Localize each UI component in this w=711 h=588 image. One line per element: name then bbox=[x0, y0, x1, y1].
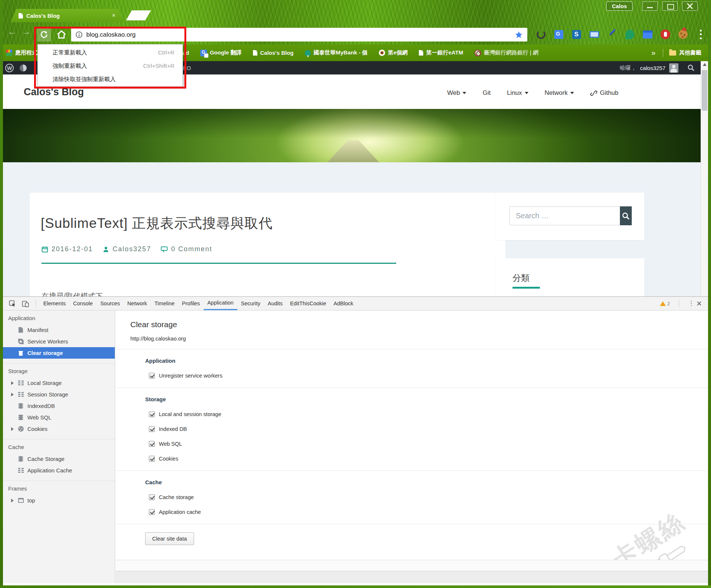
tab-audits[interactable]: Audits bbox=[264, 297, 286, 310]
sidebar-item-indexeddb[interactable]: IndexedDB bbox=[3, 400, 115, 412]
option-indexed-db[interactable]: Indexed DB bbox=[149, 426, 708, 432]
search-button[interactable] bbox=[620, 206, 632, 225]
devtools-close-icon[interactable]: ✕ bbox=[696, 299, 702, 308]
sidebar-item-web-sql[interactable]: Web SQL bbox=[3, 412, 115, 423]
window-ext-icon[interactable] bbox=[641, 28, 654, 40]
sidebar-item-cache-storage[interactable]: Cache Storage bbox=[3, 453, 115, 465]
nav-web[interactable]: Web bbox=[447, 89, 467, 97]
post-author[interactable]: Calos3257 bbox=[113, 245, 151, 253]
wp-username[interactable]: calos3257 bbox=[640, 65, 665, 71]
screenshot-ext-icon[interactable] bbox=[588, 28, 600, 40]
nav-github[interactable]: Github bbox=[590, 89, 618, 97]
evernote-ext-icon[interactable] bbox=[624, 28, 636, 40]
tab-application[interactable]: Application bbox=[204, 297, 237, 310]
post-title[interactable]: [SublimeText] 正規表示式搜尋與取代 bbox=[41, 214, 505, 233]
sidebar-item-clear-storage[interactable]: Clear storage bbox=[3, 347, 115, 359]
new-tab-button[interactable] bbox=[126, 10, 151, 20]
post-comments[interactable]: 0 Comment bbox=[171, 245, 212, 253]
checkbox-checked-icon[interactable] bbox=[149, 494, 155, 500]
avatar[interactable] bbox=[669, 63, 678, 73]
option-local-session-storage[interactable]: Local and session storage bbox=[149, 411, 708, 417]
customizer-icon[interactable] bbox=[20, 64, 27, 72]
sidebar-item-application-cache[interactable]: Application Cache bbox=[3, 465, 115, 476]
checkbox-checked-icon[interactable] bbox=[149, 373, 155, 379]
sublime-ext-icon[interactable]: S bbox=[570, 28, 583, 40]
sidebar-item-top-frame[interactable]: top bbox=[3, 495, 115, 506]
devtools-menu-icon[interactable]: ⋮ bbox=[688, 302, 691, 305]
session-manager-ext-icon[interactable] bbox=[535, 28, 547, 40]
translate-ext-icon[interactable] bbox=[553, 28, 565, 40]
option-unregister-service-workers[interactable]: Unregister service workers bbox=[149, 373, 708, 379]
close-button[interactable] bbox=[682, 1, 698, 11]
bookmark-google-translate[interactable]: Google 翻譯 bbox=[200, 49, 242, 56]
bookmark-mybank[interactable]: 國泰世華MyBank - 個 bbox=[305, 49, 368, 56]
forward-icon[interactable]: → bbox=[21, 26, 31, 37]
checkbox-checked-icon[interactable] bbox=[149, 456, 155, 462]
site-title[interactable]: Calos's Blog bbox=[24, 86, 84, 98]
expand-arrow-icon[interactable] bbox=[11, 381, 14, 385]
wp-search-icon[interactable] bbox=[687, 64, 695, 72]
browser-tab[interactable]: Calos's Blog × bbox=[10, 9, 124, 22]
back-icon[interactable]: ← bbox=[7, 26, 17, 37]
checkbox-checked-icon[interactable] bbox=[149, 509, 155, 515]
bookmark-calos-blog[interactable]: Calos's Blog bbox=[253, 50, 294, 56]
tab-adblock[interactable]: AdBlock bbox=[330, 297, 357, 310]
maximize-button[interactable] bbox=[662, 1, 678, 11]
post-date[interactable]: 2016-12-01 bbox=[51, 245, 93, 253]
tab-timeline[interactable]: Timeline bbox=[151, 297, 178, 310]
menu-item-hard-reload[interactable]: 強制重新載入 Ctrl+Shift+R bbox=[38, 59, 183, 73]
menu-item-normal-reload[interactable]: 正常重新載入 Ctrl+R bbox=[38, 46, 183, 59]
option-web-sql[interactable]: Web SQL bbox=[149, 441, 708, 447]
info-icon[interactable] bbox=[76, 31, 83, 38]
scroll-up-icon[interactable] bbox=[703, 63, 707, 66]
nav-git[interactable]: Git bbox=[483, 89, 491, 97]
bookmarks-overflow-chevron[interactable]: » bbox=[651, 49, 655, 57]
sidebar-item-cookies[interactable]: Cookies bbox=[3, 423, 115, 435]
console-warnings-badge[interactable]: 2 bbox=[660, 301, 670, 306]
sidebar-item-local-storage[interactable]: Local Storage bbox=[3, 377, 115, 389]
tab-network[interactable]: Network bbox=[124, 297, 151, 310]
scrollbar-thumb[interactable] bbox=[702, 70, 707, 111]
option-cache-storage[interactable]: Cache storage bbox=[149, 494, 708, 500]
profile-badge[interactable]: Calos bbox=[606, 1, 632, 11]
chrome-menu-icon[interactable] bbox=[695, 28, 707, 40]
sidebar-item-manifest[interactable]: Manifest bbox=[3, 324, 115, 336]
url-text[interactable]: blog.caloskao.org bbox=[86, 31, 515, 39]
tab-editthiscookie[interactable]: EditThisCookie bbox=[286, 297, 330, 310]
expand-arrow-icon[interactable] bbox=[11, 427, 14, 431]
nav-network[interactable]: Network bbox=[545, 89, 574, 97]
bookmark-first-bank-eatm[interactable]: 第一銀行eATM bbox=[419, 49, 463, 56]
minimize-button[interactable] bbox=[642, 1, 658, 11]
nav-linux[interactable]: Linux bbox=[507, 89, 528, 97]
checkbox-checked-icon[interactable] bbox=[149, 441, 155, 447]
tab-console[interactable]: Console bbox=[69, 297, 96, 310]
expand-arrow-icon[interactable] bbox=[11, 499, 14, 502]
option-cookies[interactable]: Cookies bbox=[149, 456, 708, 462]
tab-profiles[interactable]: Profiles bbox=[178, 297, 203, 310]
bookmark-star-icon[interactable] bbox=[515, 31, 523, 39]
tab-close-icon[interactable]: × bbox=[112, 12, 116, 19]
bookmark-apps[interactable]: 應用程式 bbox=[6, 49, 37, 56]
search-input[interactable] bbox=[510, 206, 620, 225]
other-bookmarks-folder[interactable]: 其他書籤 bbox=[669, 49, 701, 56]
inspect-element-icon[interactable] bbox=[9, 300, 16, 307]
checkbox-checked-icon[interactable] bbox=[149, 411, 155, 417]
reload-button[interactable] bbox=[37, 27, 51, 41]
expand-arrow-icon[interactable] bbox=[11, 393, 14, 396]
wordpress-logo-icon[interactable] bbox=[5, 64, 14, 72]
tab-security[interactable]: Security bbox=[237, 297, 264, 310]
adblock-ext-icon[interactable] bbox=[659, 28, 671, 40]
device-toolbar-icon[interactable] bbox=[22, 300, 29, 307]
page-scrollbar[interactable] bbox=[701, 61, 708, 296]
address-bar[interactable]: blog.caloskao.org bbox=[71, 28, 527, 41]
clear-site-data-button[interactable]: Clear site data bbox=[145, 532, 194, 545]
bookmark-first-e-web[interactable]: 第e個網 bbox=[379, 49, 408, 56]
sidebar-item-session-storage[interactable]: Session Storage bbox=[3, 389, 115, 400]
tab-sources[interactable]: Sources bbox=[97, 297, 124, 310]
tab-elements[interactable]: Elements bbox=[40, 297, 69, 310]
home-button[interactable] bbox=[54, 27, 69, 41]
menu-item-empty-cache-hard-reload[interactable]: 清除快取並強制重新載入 bbox=[38, 73, 183, 86]
option-application-cache[interactable]: Application cache bbox=[149, 509, 708, 515]
sidebar-item-service-workers[interactable]: Service Workers bbox=[3, 336, 115, 347]
eyedropper-ext-icon[interactable] bbox=[606, 28, 618, 40]
